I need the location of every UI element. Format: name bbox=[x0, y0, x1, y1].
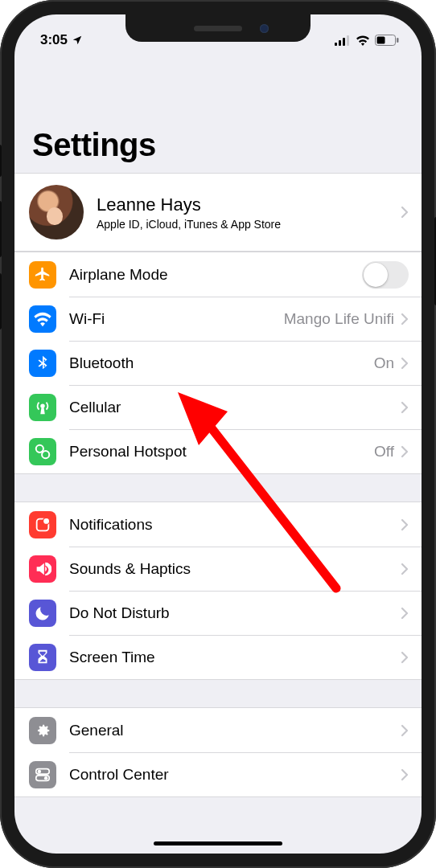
front-camera bbox=[260, 24, 269, 33]
row-label: Cellular bbox=[69, 399, 401, 416]
speaker bbox=[194, 26, 242, 31]
home-indicator[interactable] bbox=[154, 841, 282, 845]
row-value: On bbox=[374, 354, 394, 372]
row-screen-time[interactable]: Screen Time bbox=[14, 635, 422, 679]
battery-icon bbox=[375, 35, 399, 46]
gear-icon bbox=[29, 717, 56, 744]
switches-icon bbox=[29, 761, 56, 788]
chevron-right-icon bbox=[401, 563, 409, 575]
chevron-right-icon bbox=[401, 206, 409, 219]
row-label: Wi-Fi bbox=[69, 310, 284, 328]
svg-point-14 bbox=[44, 776, 47, 779]
settings-group: NotificationsSounds & HapticsDo Not Dist… bbox=[14, 502, 422, 680]
hotspot-icon bbox=[29, 438, 56, 465]
row-control-center[interactable]: Control Center bbox=[14, 752, 422, 796]
chevron-right-icon bbox=[401, 357, 409, 370]
row-sounds-haptics[interactable]: Sounds & Haptics bbox=[14, 547, 422, 591]
row-notifications[interactable]: Notifications bbox=[14, 502, 422, 547]
row-label: Airplane Mode bbox=[69, 266, 362, 284]
moon-icon bbox=[29, 600, 56, 627]
status-left: 3:05 bbox=[40, 32, 83, 48]
svg-point-10 bbox=[43, 518, 49, 524]
settings-group: Airplane ModeWi-FiMango Life UnifiBlueto… bbox=[14, 252, 422, 474]
profile-row[interactable]: Leanne Hays Apple ID, iCloud, iTunes & A… bbox=[14, 174, 422, 251]
svg-rect-3 bbox=[347, 35, 349, 46]
status-time: 3:05 bbox=[40, 32, 68, 48]
volume-up-button bbox=[0, 201, 2, 257]
svg-point-12 bbox=[38, 769, 41, 772]
device-frame: 3:05 bbox=[0, 0, 436, 868]
chevron-right-icon bbox=[401, 607, 409, 620]
wifi-icon bbox=[29, 305, 56, 333]
title-area: Settings bbox=[14, 55, 422, 173]
svg-rect-0 bbox=[335, 43, 337, 46]
row-value: Off bbox=[374, 443, 394, 461]
row-label: Do Not Disturb bbox=[69, 604, 401, 622]
row-do-not-disturb[interactable]: Do Not Disturb bbox=[14, 591, 422, 635]
row-bluetooth[interactable]: BluetoothOn bbox=[14, 341, 422, 385]
chevron-right-icon bbox=[401, 724, 409, 737]
row-label: Screen Time bbox=[69, 649, 401, 666]
row-wi-fi[interactable]: Wi-FiMango Life Unifi bbox=[14, 297, 422, 341]
row-cellular[interactable]: Cellular bbox=[14, 385, 422, 429]
status-right bbox=[335, 35, 399, 46]
cellular-icon bbox=[29, 394, 56, 421]
profile-subtitle: Apple ID, iCloud, iTunes & App Store bbox=[97, 218, 401, 231]
row-label: Control Center bbox=[69, 766, 401, 784]
settings-group: GeneralControl Center bbox=[14, 707, 422, 797]
avatar bbox=[29, 185, 84, 240]
row-airplane-mode[interactable]: Airplane Mode bbox=[14, 252, 422, 297]
hourglass-icon bbox=[29, 644, 56, 671]
row-label: Notifications bbox=[69, 516, 401, 534]
airplane-mode-toggle[interactable] bbox=[362, 261, 409, 289]
svg-rect-6 bbox=[397, 38, 399, 43]
location-arrow-icon bbox=[72, 35, 83, 46]
chevron-right-icon bbox=[401, 768, 409, 781]
row-personal-hotspot[interactable]: Personal HotspotOff bbox=[14, 429, 422, 473]
toggle-knob bbox=[364, 263, 388, 287]
svg-rect-2 bbox=[343, 38, 345, 46]
svg-rect-1 bbox=[339, 40, 341, 46]
mute-switch bbox=[0, 145, 2, 177]
chevron-right-icon bbox=[401, 313, 409, 326]
chevron-right-icon bbox=[401, 401, 409, 414]
profile-group: Leanne Hays Apple ID, iCloud, iTunes & A… bbox=[14, 173, 422, 252]
cellular-signal-icon bbox=[335, 35, 351, 46]
chevron-right-icon bbox=[401, 651, 409, 664]
notifications-icon bbox=[29, 511, 56, 538]
page-title: Settings bbox=[32, 127, 404, 163]
airplane-icon bbox=[29, 261, 56, 289]
svg-rect-5 bbox=[377, 37, 385, 44]
row-label: Bluetooth bbox=[69, 354, 374, 372]
row-value: Mango Life Unifi bbox=[284, 310, 394, 328]
profile-text: Leanne Hays Apple ID, iCloud, iTunes & A… bbox=[97, 194, 401, 231]
notch bbox=[125, 14, 311, 42]
sounds-icon bbox=[29, 555, 56, 583]
volume-down-button bbox=[0, 273, 2, 330]
row-label: Sounds & Haptics bbox=[69, 560, 401, 578]
bluetooth-icon bbox=[29, 350, 56, 377]
row-general[interactable]: General bbox=[14, 708, 422, 752]
row-label: General bbox=[69, 722, 401, 739]
profile-name: Leanne Hays bbox=[97, 194, 401, 215]
row-label: Personal Hotspot bbox=[69, 443, 374, 461]
chevron-right-icon bbox=[401, 518, 409, 531]
chevron-right-icon bbox=[401, 445, 409, 458]
screen: 3:05 bbox=[14, 14, 422, 854]
wifi-icon bbox=[356, 35, 370, 46]
